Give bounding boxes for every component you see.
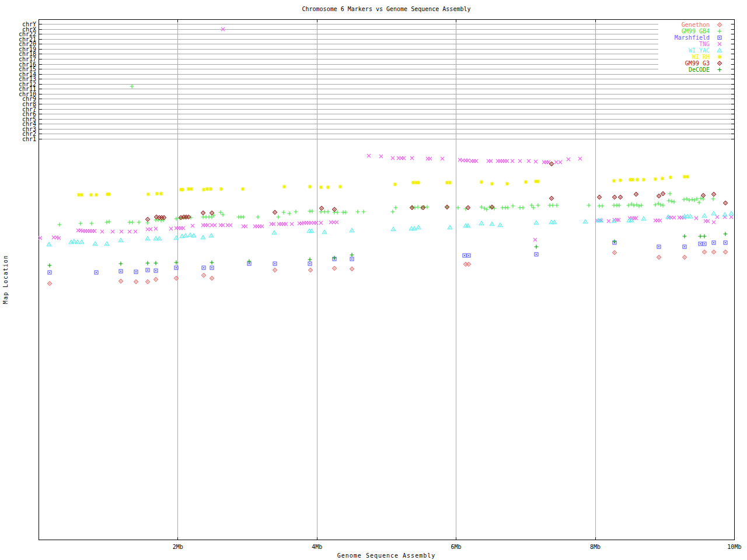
legend-label-wi-yac: WI YAC	[689, 47, 710, 54]
plot-border	[39, 19, 734, 540]
legend-label-marshfield: Marshfield	[675, 34, 710, 41]
x-axis-title: Genome Sequence Assembly	[337, 552, 436, 559]
x-tick-label-10mb: 10Mb	[727, 544, 741, 550]
x-tick-label-2mb: 2Mb	[173, 544, 183, 550]
y-axis-title: Map Location	[2, 255, 9, 304]
legend-label-wi-rh: WI RH	[692, 54, 710, 60]
legend-label-genethon: Genethon	[682, 22, 710, 28]
gridlines-layer	[178, 19, 595, 540]
data-points-layer	[39, 27, 734, 286]
chart-title: Chromosome 6 Markers vs Genome Sequence …	[302, 6, 471, 12]
series-wi-rh	[77, 175, 690, 197]
x-tick-label-8mb: 8Mb	[590, 544, 601, 550]
legend-label-gm99-gb4: GM99 GB4	[682, 28, 710, 34]
series-gm99-g3	[146, 162, 728, 222]
x-tick-label-6mb: 6Mb	[451, 544, 462, 550]
legend-label-decode: DeCODE	[689, 66, 710, 73]
legend-label-gm99-g3: GM99 G3	[685, 60, 710, 66]
series-marshfield	[48, 241, 727, 274]
x-tick-label-4mb: 4Mb	[312, 544, 322, 550]
plot-border-layer	[39, 19, 734, 540]
series-tng	[39, 27, 733, 242]
scatter-plot: chrYchrXchr22chr21chr20chr19chr18chr17ch…	[0, 0, 747, 560]
y-tick-label-chr1: chr1	[22, 136, 36, 142]
series-decode	[48, 232, 728, 268]
series-genethon	[48, 250, 728, 286]
legend: GenethonGM99 GB4MarshfieldTNGWI YACWI RH…	[658, 20, 731, 74]
chromosome-rows-layer: chrYchrXchr22chr21chr20chr19chr18chr17ch…	[19, 21, 734, 142]
chart-canvas: chrYchrXchr22chr21chr20chr19chr18chr17ch…	[0, 0, 747, 560]
legend-label-tng: TNG	[699, 41, 710, 47]
series-gm99-gb4	[58, 85, 715, 227]
